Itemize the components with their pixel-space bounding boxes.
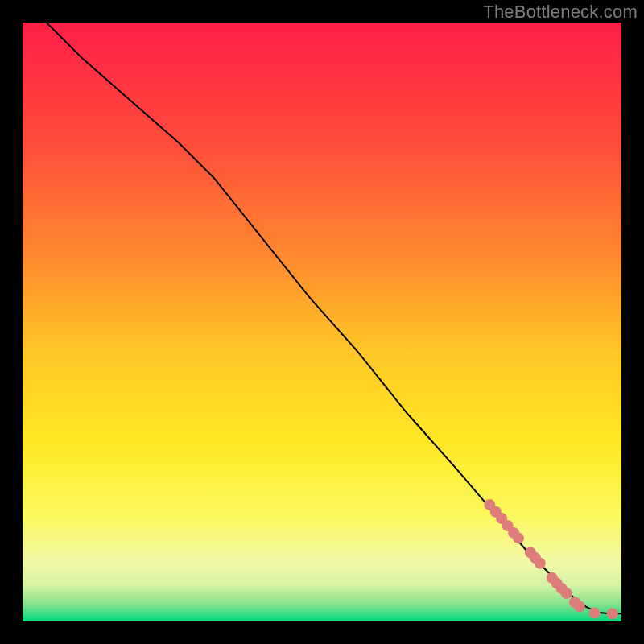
chart-svg <box>0 0 644 644</box>
scatter-point <box>607 608 618 619</box>
chart-stage: TheBottleneck.com <box>0 0 644 644</box>
watermark-text: TheBottleneck.com <box>483 2 638 23</box>
gradient-background <box>23 23 621 621</box>
scatter-point <box>535 558 546 569</box>
scatter-point <box>574 601 585 612</box>
scatter-point <box>513 533 524 544</box>
scatter-point <box>589 608 601 619</box>
scatter-point <box>561 588 572 599</box>
